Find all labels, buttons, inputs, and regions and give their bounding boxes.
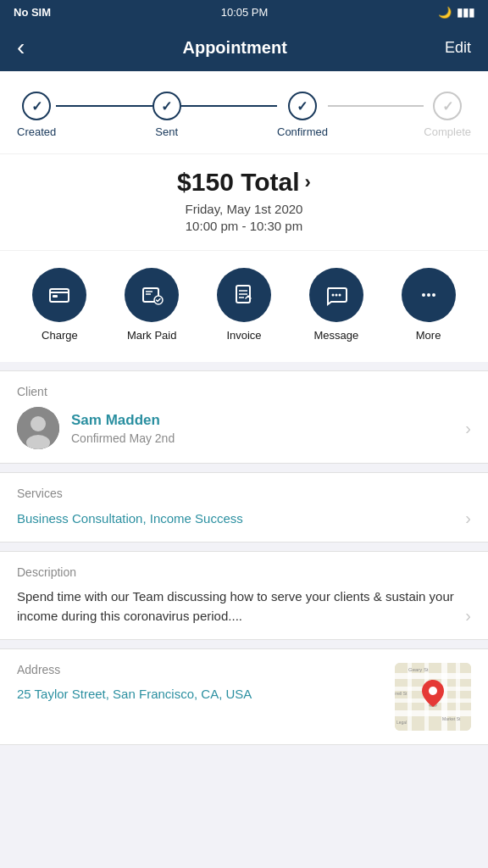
services-row[interactable]: Business Consultation, Income Success › bbox=[17, 509, 471, 528]
status-icons: 🌙 ▮▮▮ bbox=[438, 6, 474, 19]
message-icon bbox=[309, 268, 363, 322]
address-section: Address 25 Taylor Street, San Francisco,… bbox=[0, 648, 488, 745]
svg-rect-25 bbox=[408, 663, 412, 731]
client-name: Sam Madden bbox=[71, 412, 465, 429]
stepper: ✓ Created ✓ Sent ✓ Confirmed ✓ Complete bbox=[0, 71, 488, 153]
client-avatar bbox=[17, 407, 59, 449]
services-section-label: Services bbox=[17, 487, 471, 500]
actions-container: Charge Mark Paid Invoice bbox=[0, 250, 488, 362]
client-section: Client Sam Madden Confirmed May 2nd › bbox=[0, 370, 488, 464]
svg-point-11 bbox=[331, 294, 334, 297]
total-arrow: › bbox=[305, 171, 311, 193]
description-row[interactable]: Spend time with our Team discussing how … bbox=[17, 587, 471, 626]
invoice-action[interactable]: Invoice bbox=[217, 268, 271, 342]
step-created: ✓ Created bbox=[17, 92, 56, 138]
step-circle-created: ✓ bbox=[22, 92, 51, 120]
battery-icon: ▮▮▮ bbox=[457, 6, 474, 19]
step-label-confirmed: Confirmed bbox=[277, 125, 328, 138]
address-text[interactable]: 25 Taylor Street, San Francisco, CA, USA bbox=[17, 685, 385, 704]
step-label-created: Created bbox=[17, 125, 56, 138]
svg-point-18 bbox=[30, 416, 46, 431]
svg-text:Legal: Legal bbox=[396, 720, 407, 725]
total-amount: $150 Total bbox=[177, 168, 300, 197]
svg-point-13 bbox=[338, 294, 341, 297]
message-action[interactable]: Message bbox=[309, 268, 363, 342]
svg-text:Market St: Market St bbox=[442, 716, 461, 721]
client-section-label: Client bbox=[17, 385, 471, 398]
svg-text:rrell St: rrell St bbox=[395, 691, 408, 696]
charge-label: Charge bbox=[42, 329, 78, 342]
nav-bar: ‹ Appointment Edit bbox=[0, 24, 488, 71]
description-text: Spend time with our Team discussing how … bbox=[17, 587, 457, 626]
services-section: Services Business Consultation, Income S… bbox=[0, 472, 488, 542]
appointment-date: Friday, May 1st 2020 bbox=[17, 202, 471, 216]
step-confirmed: ✓ Confirmed bbox=[277, 92, 328, 138]
svg-point-14 bbox=[422, 293, 425, 297]
description-section: Description Spend time with our Team dis… bbox=[0, 551, 488, 640]
invoice-icon bbox=[217, 268, 271, 322]
status-time: 10:05 PM bbox=[221, 6, 269, 19]
status-signal: No SIM bbox=[14, 6, 51, 19]
step-sent: ✓ Sent bbox=[152, 92, 181, 138]
step-label-sent: Sent bbox=[155, 125, 178, 138]
more-label: More bbox=[416, 329, 441, 342]
back-button[interactable]: ‹ bbox=[17, 36, 25, 59]
map-thumbnail[interactable]: Geary St rrell St Market St Legal bbox=[395, 663, 471, 731]
svg-point-16 bbox=[432, 293, 435, 297]
client-info: Sam Madden Confirmed May 2nd bbox=[71, 412, 465, 445]
moon-icon: 🌙 bbox=[438, 6, 452, 19]
step-line-1 bbox=[56, 105, 152, 107]
nav-title: Appointment bbox=[182, 38, 286, 58]
svg-point-12 bbox=[335, 294, 337, 297]
charge-icon bbox=[32, 268, 86, 322]
mark-paid-action[interactable]: Mark Paid bbox=[125, 268, 179, 342]
svg-point-15 bbox=[427, 293, 430, 297]
client-confirmed: Confirmed May 2nd bbox=[71, 431, 465, 445]
invoice-label: Invoice bbox=[226, 329, 261, 342]
appointment-total[interactable]: $150 Total › bbox=[17, 168, 471, 197]
description-chevron: › bbox=[465, 606, 471, 626]
step-line-2 bbox=[181, 105, 277, 107]
address-section-label: Address bbox=[17, 663, 385, 676]
svg-point-34 bbox=[429, 687, 437, 695]
svg-rect-2 bbox=[53, 295, 58, 298]
appointment-info: $150 Total › Friday, May 1st 2020 10:00 … bbox=[0, 153, 488, 250]
client-chevron: › bbox=[465, 419, 471, 438]
step-circle-confirmed: ✓ bbox=[288, 92, 317, 120]
charge-action[interactable]: Charge bbox=[32, 268, 86, 342]
services-text: Business Consultation, Income Success bbox=[17, 511, 243, 526]
address-block: Address 25 Taylor Street, San Francisco,… bbox=[17, 663, 385, 704]
status-bar: No SIM 10:05 PM 🌙 ▮▮▮ bbox=[0, 0, 488, 24]
edit-button[interactable]: Edit bbox=[445, 39, 471, 57]
step-circle-sent: ✓ bbox=[152, 92, 181, 120]
message-label: Message bbox=[313, 329, 358, 342]
svg-text:Geary St: Geary St bbox=[408, 667, 429, 672]
appointment-time: 10:00 pm - 10:30 pm bbox=[17, 219, 471, 233]
step-label-complete: Complete bbox=[424, 125, 471, 138]
mark-paid-icon bbox=[125, 268, 179, 322]
mark-paid-label: Mark Paid bbox=[127, 329, 177, 342]
step-circle-complete: ✓ bbox=[433, 92, 462, 120]
more-icon bbox=[402, 268, 456, 322]
more-action[interactable]: More bbox=[402, 268, 456, 342]
step-complete: ✓ Complete bbox=[424, 92, 471, 138]
step-line-3 bbox=[328, 105, 424, 107]
services-chevron: › bbox=[465, 509, 471, 528]
description-section-label: Description bbox=[17, 565, 471, 579]
client-row[interactable]: Sam Madden Confirmed May 2nd › bbox=[17, 407, 471, 449]
